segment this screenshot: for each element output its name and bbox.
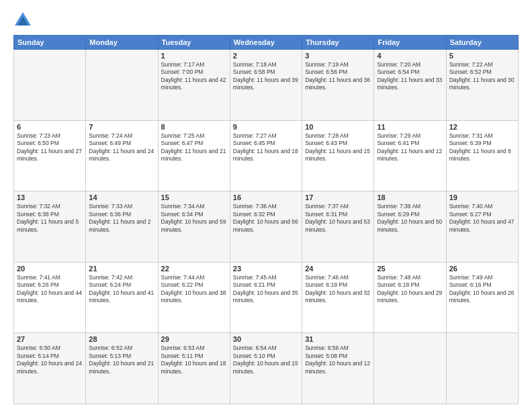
calendar-cell: 2Sunrise: 7:18 AM Sunset: 6:58 PM Daylig…	[230, 50, 302, 121]
day-info: Sunrise: 7:44 AM Sunset: 6:22 PM Dayligh…	[161, 274, 227, 305]
day-number: 23	[233, 265, 299, 273]
day-number: 6	[17, 123, 83, 131]
calendar-cell: 17Sunrise: 7:37 AM Sunset: 6:31 PM Dayli…	[302, 191, 374, 263]
calendar-cell: 27Sunrise: 6:50 AM Sunset: 5:14 PM Dayli…	[14, 333, 86, 404]
calendar-cell: 25Sunrise: 7:48 AM Sunset: 6:18 PM Dayli…	[374, 262, 446, 333]
day-info: Sunrise: 7:18 AM Sunset: 6:58 PM Dayligh…	[233, 61, 299, 92]
day-info: Sunrise: 7:31 AM Sunset: 6:39 PM Dayligh…	[449, 132, 515, 163]
calendar-cell: 28Sunrise: 6:52 AM Sunset: 5:13 PM Dayli…	[86, 333, 158, 404]
calendar-cell: 8Sunrise: 7:25 AM Sunset: 6:47 PM Daylig…	[158, 120, 230, 191]
day-info: Sunrise: 6:53 AM Sunset: 5:11 PM Dayligh…	[161, 345, 227, 375]
day-info: Sunrise: 7:41 AM Sunset: 6:26 PM Dayligh…	[17, 274, 83, 305]
calendar-cell: 30Sunrise: 6:54 AM Sunset: 5:10 PM Dayli…	[230, 333, 302, 404]
calendar-cell: 13Sunrise: 7:32 AM Sunset: 6:38 PM Dayli…	[14, 191, 86, 263]
calendar-header-monday: Monday	[86, 36, 158, 50]
calendar-cell: 26Sunrise: 7:49 AM Sunset: 6:16 PM Dayli…	[446, 262, 518, 333]
day-info: Sunrise: 7:46 AM Sunset: 6:19 PM Dayligh…	[305, 274, 371, 305]
header	[13, 11, 519, 30]
page: SundayMondayTuesdayWednesdayThursdayFrid…	[0, 0, 532, 411]
day-info: Sunrise: 6:50 AM Sunset: 5:14 PM Dayligh…	[17, 345, 83, 375]
calendar-cell: 6Sunrise: 7:23 AM Sunset: 6:50 PM Daylig…	[14, 120, 86, 191]
calendar-cell: 5Sunrise: 7:22 AM Sunset: 6:52 PM Daylig…	[446, 50, 518, 121]
calendar-cell	[374, 333, 446, 404]
day-number: 13	[17, 193, 83, 201]
day-number: 11	[377, 123, 443, 131]
day-info: Sunrise: 7:40 AM Sunset: 6:27 PM Dayligh…	[449, 203, 515, 234]
calendar-cell: 10Sunrise: 7:28 AM Sunset: 6:43 PM Dayli…	[302, 120, 374, 191]
day-number: 17	[305, 193, 371, 201]
calendar-cell: 21Sunrise: 7:42 AM Sunset: 6:24 PM Dayli…	[86, 262, 158, 333]
day-number: 27	[17, 335, 83, 343]
calendar-cell: 12Sunrise: 7:31 AM Sunset: 6:39 PM Dayli…	[446, 120, 518, 191]
calendar-cell: 18Sunrise: 7:38 AM Sunset: 6:29 PM Dayli…	[374, 191, 446, 263]
day-number: 10	[305, 123, 371, 131]
day-number: 22	[161, 265, 227, 273]
day-info: Sunrise: 7:29 AM Sunset: 6:41 PM Dayligh…	[377, 132, 443, 163]
day-info: Sunrise: 7:24 AM Sunset: 6:49 PM Dayligh…	[89, 132, 154, 163]
day-info: Sunrise: 6:52 AM Sunset: 5:13 PM Dayligh…	[89, 345, 154, 375]
day-info: Sunrise: 7:27 AM Sunset: 6:45 PM Dayligh…	[233, 132, 299, 163]
calendar-header-wednesday: Wednesday	[230, 36, 302, 50]
day-number: 12	[449, 123, 515, 131]
day-info: Sunrise: 7:17 AM Sunset: 7:00 PM Dayligh…	[161, 61, 227, 92]
day-info: Sunrise: 7:23 AM Sunset: 6:50 PM Dayligh…	[17, 132, 83, 163]
day-number: 25	[377, 265, 443, 273]
calendar-cell: 7Sunrise: 7:24 AM Sunset: 6:49 PM Daylig…	[86, 120, 158, 191]
calendar-header-thursday: Thursday	[302, 36, 374, 50]
day-number: 21	[89, 265, 154, 273]
day-number: 31	[305, 335, 371, 343]
calendar-cell	[14, 50, 86, 121]
day-info: Sunrise: 7:38 AM Sunset: 6:29 PM Dayligh…	[377, 203, 443, 234]
calendar-cell: 11Sunrise: 7:29 AM Sunset: 6:41 PM Dayli…	[374, 120, 446, 191]
day-number: 28	[89, 335, 154, 343]
calendar-cell: 16Sunrise: 7:36 AM Sunset: 6:32 PM Dayli…	[230, 191, 302, 263]
calendar-header-sunday: Sunday	[14, 36, 86, 50]
calendar-week-4: 20Sunrise: 7:41 AM Sunset: 6:26 PM Dayli…	[14, 262, 519, 333]
calendar-cell: 4Sunrise: 7:20 AM Sunset: 6:54 PM Daylig…	[374, 50, 446, 121]
calendar-header-tuesday: Tuesday	[158, 36, 230, 50]
day-number: 16	[233, 193, 299, 201]
day-number: 20	[17, 265, 83, 273]
day-number: 19	[449, 193, 515, 201]
day-number: 8	[161, 123, 227, 131]
calendar-cell: 22Sunrise: 7:44 AM Sunset: 6:22 PM Dayli…	[158, 262, 230, 333]
day-info: Sunrise: 7:20 AM Sunset: 6:54 PM Dayligh…	[377, 61, 443, 92]
day-info: Sunrise: 7:37 AM Sunset: 6:31 PM Dayligh…	[305, 203, 371, 234]
calendar-cell: 14Sunrise: 7:33 AM Sunset: 6:36 PM Dayli…	[86, 191, 158, 263]
calendar-cell: 9Sunrise: 7:27 AM Sunset: 6:45 PM Daylig…	[230, 120, 302, 191]
day-number: 30	[233, 335, 299, 343]
calendar-week-2: 6Sunrise: 7:23 AM Sunset: 6:50 PM Daylig…	[14, 120, 519, 191]
calendar-cell: 3Sunrise: 7:19 AM Sunset: 6:56 PM Daylig…	[302, 50, 374, 121]
day-number: 5	[449, 52, 515, 60]
calendar-cell: 23Sunrise: 7:45 AM Sunset: 6:21 PM Dayli…	[230, 262, 302, 333]
logo-icon	[13, 11, 32, 30]
day-number: 14	[89, 193, 154, 201]
day-info: Sunrise: 7:42 AM Sunset: 6:24 PM Dayligh…	[89, 274, 154, 305]
day-number: 3	[305, 52, 371, 60]
day-number: 29	[161, 335, 227, 343]
day-number: 18	[377, 193, 443, 201]
day-info: Sunrise: 7:19 AM Sunset: 6:56 PM Dayligh…	[305, 61, 371, 92]
calendar-week-3: 13Sunrise: 7:32 AM Sunset: 6:38 PM Dayli…	[14, 191, 519, 263]
calendar-cell: 24Sunrise: 7:46 AM Sunset: 6:19 PM Dayli…	[302, 262, 374, 333]
calendar-cell: 29Sunrise: 6:53 AM Sunset: 5:11 PM Dayli…	[158, 333, 230, 404]
logo	[13, 11, 35, 30]
day-info: Sunrise: 7:32 AM Sunset: 6:38 PM Dayligh…	[17, 203, 83, 234]
day-info: Sunrise: 7:45 AM Sunset: 6:21 PM Dayligh…	[233, 274, 299, 305]
day-info: Sunrise: 7:25 AM Sunset: 6:47 PM Dayligh…	[161, 132, 227, 163]
day-info: Sunrise: 7:48 AM Sunset: 6:18 PM Dayligh…	[377, 274, 443, 305]
calendar-week-1: 1Sunrise: 7:17 AM Sunset: 7:00 PM Daylig…	[14, 50, 519, 121]
day-number: 4	[377, 52, 443, 60]
calendar-cell: 15Sunrise: 7:34 AM Sunset: 6:34 PM Dayli…	[158, 191, 230, 263]
day-number: 2	[233, 52, 299, 60]
calendar-cell	[86, 50, 158, 121]
day-number: 24	[305, 265, 371, 273]
calendar-header-saturday: Saturday	[446, 36, 518, 50]
day-number: 1	[161, 52, 227, 60]
day-number: 15	[161, 193, 227, 201]
calendar-header-friday: Friday	[374, 36, 446, 50]
calendar-cell: 1Sunrise: 7:17 AM Sunset: 7:00 PM Daylig…	[158, 50, 230, 121]
day-info: Sunrise: 6:54 AM Sunset: 5:10 PM Dayligh…	[233, 345, 299, 375]
day-info: Sunrise: 7:22 AM Sunset: 6:52 PM Dayligh…	[449, 61, 515, 92]
calendar-cell: 31Sunrise: 6:56 AM Sunset: 5:08 PM Dayli…	[302, 333, 374, 404]
